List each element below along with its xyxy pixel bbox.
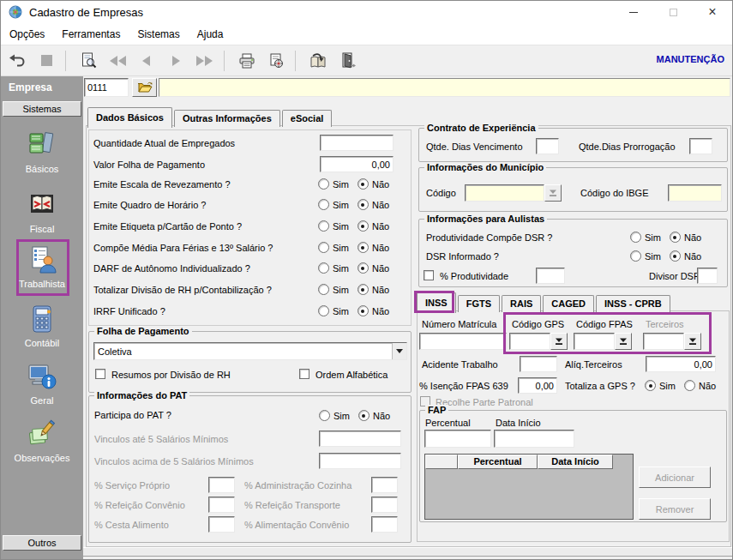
tab-inss[interactable]: INSS <box>417 292 456 313</box>
codigo-municipio-input[interactable] <box>465 184 544 202</box>
isencao-fpas-input[interactable] <box>518 377 557 394</box>
adicionar-button[interactable]: Adicionar <box>639 467 711 488</box>
pct-produtividade-input[interactable] <box>536 268 565 284</box>
aliq-terceiros-input[interactable] <box>646 356 716 372</box>
radio-nao[interactable] <box>358 410 370 421</box>
pct-cesta-alimento-input[interactable] <box>208 516 235 533</box>
vinculos-acima-input[interactable] <box>319 453 401 469</box>
radio-nao[interactable] <box>357 220 369 232</box>
radio-nao[interactable] <box>357 199 369 210</box>
radio-sim[interactable] <box>318 220 329 232</box>
company-book-button[interactable] <box>305 49 331 73</box>
radio-sim[interactable] <box>318 199 329 210</box>
radio-sim[interactable] <box>318 305 329 316</box>
pct-refeicao-transporte-input[interactable] <box>371 497 398 513</box>
dias-prorrogacao-input[interactable] <box>689 138 712 154</box>
matricula-input[interactable] <box>419 333 507 350</box>
codigo-fpas-label: Código FPAS <box>576 319 633 329</box>
radio-sim[interactable] <box>645 380 656 391</box>
menu-sistemas[interactable]: Sistemas <box>129 25 188 44</box>
sidebar-outros-button[interactable]: Outros <box>3 535 81 551</box>
remover-button[interactable]: Remover <box>639 498 711 520</box>
group-title: Folha de Pagamento <box>94 326 192 336</box>
nav-next-button[interactable] <box>163 49 189 73</box>
menu-ferramentas[interactable]: Ferramentas <box>53 25 129 44</box>
radio-sim[interactable] <box>630 232 641 243</box>
stop-button[interactable] <box>33 49 59 73</box>
folha-select[interactable]: Coletiva <box>93 342 407 360</box>
sidebar-item-geral[interactable]: Geral <box>1 361 83 406</box>
empresa-code-input[interactable] <box>84 78 129 97</box>
terceiros-input[interactable] <box>643 333 684 350</box>
dropdown-button[interactable] <box>392 343 406 359</box>
radio-nao[interactable] <box>670 250 681 262</box>
codigo-municipio-lookup-button[interactable] <box>544 184 562 202</box>
radio-sim[interactable] <box>318 178 329 190</box>
pct-adm-cozinha-input[interactable] <box>371 477 398 493</box>
radio-sim[interactable] <box>630 250 641 262</box>
radio-nao[interactable] <box>357 178 369 190</box>
radio-nao[interactable] <box>670 232 681 243</box>
tab-caged[interactable]: CAGED <box>543 295 594 312</box>
minimize-button[interactable] <box>614 1 653 23</box>
nav-last-button[interactable] <box>192 49 218 73</box>
nav-prev-button[interactable] <box>134 49 159 73</box>
tab-esocial[interactable]: eSocial <box>282 110 333 127</box>
tab-inss-cprb[interactable]: INSS - CPRB <box>596 295 670 312</box>
radio-sim[interactable] <box>318 242 329 253</box>
open-company-button[interactable] <box>132 78 157 97</box>
maximize-button[interactable] <box>653 1 693 23</box>
fap-data-inicio-label: Data Início <box>496 418 541 428</box>
pct-refeicao-convenio-input[interactable] <box>208 497 235 513</box>
qtd-empregados-input[interactable] <box>320 135 394 151</box>
preview-button[interactable] <box>75 49 101 73</box>
nav-first-button[interactable] <box>105 49 130 73</box>
undo-button[interactable] <box>4 49 30 73</box>
vinculos-ate-input[interactable] <box>319 431 401 447</box>
sidebar-sistemas-button[interactable]: Sistemas <box>3 101 81 117</box>
sidebar-item-observacoes[interactable]: Observações <box>1 418 83 463</box>
tab-fgts[interactable]: FGTS <box>458 295 500 312</box>
ordem-alfabetica-checkbox[interactable] <box>299 369 309 379</box>
radio-sim[interactable] <box>318 284 329 295</box>
sidebar-item-contabil[interactable]: Contábil <box>1 304 83 348</box>
dias-vencimento-input[interactable] <box>536 138 559 154</box>
radio-nao[interactable] <box>357 242 369 253</box>
divisor-dsr-input[interactable] <box>697 268 718 284</box>
radio-nao[interactable] <box>357 305 369 316</box>
sidebar-item-trabalhista[interactable]: Trabalhista <box>1 244 83 289</box>
radio-nao[interactable] <box>357 262 369 274</box>
terceiros-lookup-button[interactable] <box>684 333 701 350</box>
valor-folha-input[interactable] <box>320 156 394 172</box>
fap-table[interactable]: Percentual Data Início <box>424 454 634 520</box>
sidebar-item-basicos[interactable]: Básicos <box>1 129 83 174</box>
fap-data-inicio-input[interactable] <box>494 430 574 448</box>
codigo-ibge-input[interactable] <box>668 184 722 202</box>
print-report-button[interactable] <box>263 49 289 73</box>
pct-servico-proprio-input[interactable] <box>208 477 235 493</box>
codigo-gps-input[interactable] <box>509 333 550 350</box>
radio-sim[interactable] <box>319 410 330 421</box>
sidebar-item-fiscal[interactable]: Fiscal <box>1 190 83 234</box>
radio-nao[interactable] <box>684 380 695 391</box>
pct-produtividade-checkbox[interactable] <box>424 270 434 280</box>
empresa-name-field[interactable] <box>159 78 730 97</box>
close-button[interactable]: × <box>693 1 732 23</box>
codigo-fpas-input[interactable] <box>574 333 615 350</box>
acidente-trabalho-input[interactable] <box>520 356 557 372</box>
fap-percentual-input[interactable] <box>424 430 491 448</box>
codigo-fpas-lookup-button[interactable] <box>615 333 632 350</box>
radio-nao[interactable] <box>357 284 369 295</box>
tab-dados-basicos[interactable]: Dados Básicos <box>87 107 172 128</box>
resumos-checkbox[interactable] <box>95 369 105 379</box>
menu-ajuda[interactable]: Ajuda <box>189 25 232 44</box>
codigo-gps-lookup-button[interactable] <box>550 333 568 350</box>
tab-rais[interactable]: RAIS <box>502 295 541 312</box>
sidebar-item-label: Fiscal <box>1 224 83 234</box>
tab-outras-informacoes[interactable]: Outras Informações <box>174 110 280 127</box>
pct-alimentacao-convenio-input[interactable] <box>371 516 398 533</box>
radio-sim[interactable] <box>318 262 329 274</box>
exit-button[interactable] <box>334 49 360 73</box>
print-button[interactable] <box>234 49 260 73</box>
menu-opcoes[interactable]: Opções <box>1 25 53 44</box>
